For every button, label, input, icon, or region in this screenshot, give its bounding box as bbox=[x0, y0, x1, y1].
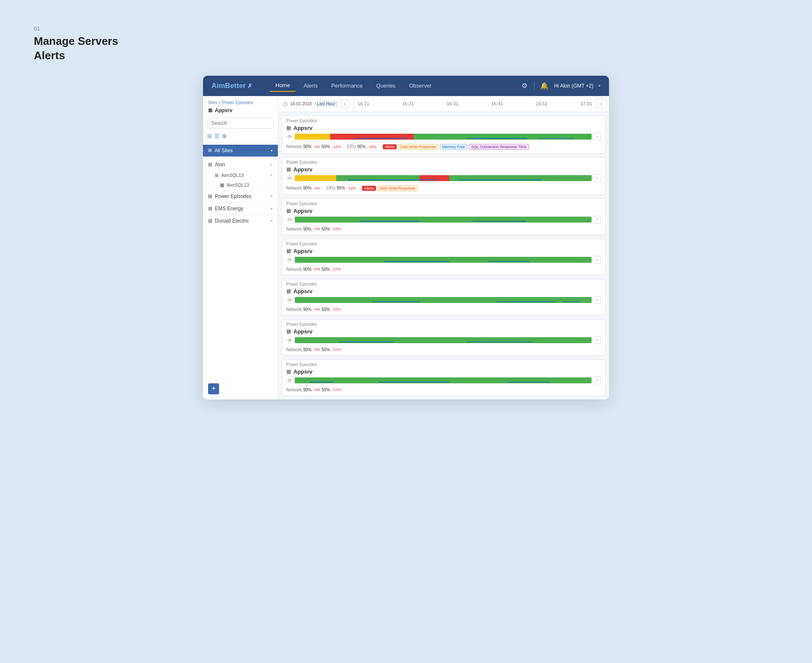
settings-icon[interactable]: ⚙ bbox=[520, 81, 529, 91]
alerts-badge-1: Alerts bbox=[383, 144, 397, 149]
power-episodes-icon: ⊞ bbox=[208, 193, 212, 199]
sidebar-tools: ⊟ ☰ ⊞ bbox=[203, 133, 278, 143]
episode-server-row-5: ▦ Appsrv bbox=[282, 288, 605, 296]
nav-right: ⚙ 🔔 Hi Alon (GMT +2) ▾ bbox=[520, 81, 601, 91]
timeline-bar-wrap-1: -3h bbox=[286, 133, 601, 140]
stat-cpu-2: CPU 95% ↑10% bbox=[326, 186, 356, 190]
nav-home[interactable]: Home bbox=[269, 80, 296, 92]
timeline-expand-btn-5[interactable]: › bbox=[593, 296, 601, 304]
aimsql13-chevron: ∧ bbox=[270, 173, 273, 177]
episode-server-icon-3: ▦ bbox=[286, 208, 291, 214]
stat-alerts-2: Alerts Disk Write Response bbox=[362, 185, 418, 191]
stat-badge-sql-1: SQL Connection Response Time bbox=[469, 144, 529, 150]
ems-energy-icon: ⊞ bbox=[208, 206, 212, 212]
page-header: 01 Manage Servers Alerts bbox=[34, 25, 778, 63]
filter-icon[interactable]: ⊟ bbox=[207, 133, 212, 139]
main-layout: Sites > Power Episodes ▦ Appsrv 🔍 ⊟ ☰ bbox=[203, 96, 609, 399]
timeline-expand-btn-1[interactable]: › bbox=[593, 133, 601, 140]
power-episodes-label: Power Episodes bbox=[215, 193, 252, 199]
timeline-marker-5: -3h bbox=[286, 298, 293, 302]
stat-network-3: Network 90% ↑4% 50% ↑22% bbox=[286, 227, 341, 231]
sidebar-item-aimsql13-group[interactable]: ⊞ AimSQL13 ∧ bbox=[203, 171, 278, 180]
time-next-btn[interactable]: › bbox=[596, 99, 606, 109]
sidebar-item-power-episodes[interactable]: ⊞ Power Episodes ▾ bbox=[203, 190, 278, 202]
timeline-bar-wrap-4: -3h › bbox=[286, 256, 601, 264]
episode-server-row-2: ▦ Appsrv bbox=[282, 166, 605, 174]
nav-alerts[interactable]: Alerts bbox=[298, 80, 324, 91]
timeline-marker-6: -3h bbox=[286, 338, 293, 342]
time-prev-btn[interactable]: ‹ bbox=[340, 99, 349, 108]
grid-icon[interactable]: ⊞ bbox=[222, 133, 227, 139]
episode-server-row-1: ▦ Appsrv bbox=[282, 125, 605, 133]
app-container: AimBetter ✗ Home Alerts Performance Quer… bbox=[203, 76, 609, 399]
episode-panel-2: Power Episodes ▦ Appsrv -3h bbox=[282, 157, 606, 195]
time-label-4: 16:51 bbox=[536, 101, 548, 106]
timeline-bar-5[interactable] bbox=[295, 297, 592, 303]
timeline-bar-3[interactable] bbox=[295, 217, 592, 223]
time-label-3: 16:41 bbox=[491, 101, 503, 106]
list-icon[interactable]: ☰ bbox=[214, 133, 219, 139]
blue-line-1c bbox=[538, 138, 574, 139]
time-header: 🕐 18-01-2018 Last Hour ‹ 16:11 16:21 16:… bbox=[278, 96, 609, 112]
sidebar-item-all-sites[interactable]: ⊞ All Sites ▾ bbox=[203, 145, 278, 157]
sidebar-item-ems-energy[interactable]: ⊞ EMS Energy ▾ bbox=[203, 202, 278, 215]
stat-network-5: Network 90% ↑4% 50% ↑22% bbox=[286, 307, 341, 312]
bar-green-3 bbox=[295, 217, 592, 223]
aimsql13-group-label: AimSQL13 bbox=[221, 173, 244, 178]
timeline-expand-btn-7[interactable]: › bbox=[593, 377, 601, 384]
timeline-bar-6[interactable] bbox=[295, 337, 592, 343]
timeline-expand-btn-3[interactable]: › bbox=[593, 216, 601, 223]
timeline-2: -3h › bbox=[282, 174, 605, 182]
nav-observer[interactable]: Observer bbox=[403, 80, 437, 91]
nav-performance[interactable]: Performance bbox=[325, 80, 368, 91]
timeline-marker-3: -3h bbox=[286, 217, 293, 222]
episode-stats-4: Network 90% ↑4% 50% ↑22% bbox=[282, 265, 605, 275]
notification-icon[interactable]: 🔔 bbox=[540, 81, 549, 91]
episode-header-4: Power Episodes bbox=[282, 239, 605, 248]
episode-server-name-4: Appsrv bbox=[294, 248, 313, 254]
sidebar-item-alon[interactable]: ⊞ Alon ∧ bbox=[203, 158, 278, 171]
episode-panel-4: Power Episodes ▦ Appsrv -3h bbox=[282, 239, 606, 275]
timeline-expand-btn-2[interactable]: › bbox=[593, 174, 601, 182]
range-label[interactable]: Last Hour bbox=[314, 101, 337, 107]
sidebar-section-alon: ⊞ Alon ∧ ⊞ AimSQL13 ∧ ▦ AimSQL13 bbox=[203, 158, 278, 190]
server-icon: ▦ bbox=[208, 107, 212, 113]
sidebar-item-donald-electric[interactable]: ⊞ Donald Electric ▾ bbox=[203, 215, 278, 227]
timeline-expand-btn-6[interactable]: › bbox=[593, 336, 601, 344]
time-label-0: 16:11 bbox=[358, 101, 370, 106]
episode-header-3: Power Episodes bbox=[282, 199, 605, 208]
sidebar-item-aimsql13[interactable]: ▦ AimSQL13 bbox=[203, 180, 278, 190]
time-control: 🕐 18-01-2018 Last Hour ‹ bbox=[278, 96, 354, 112]
sidebar-section-all: ⊞ All Sites ▾ bbox=[203, 145, 278, 157]
episode-server-row-7: ▦ Appsrv bbox=[282, 369, 605, 377]
blue-line-3b bbox=[473, 221, 526, 222]
episode-stats-1: Network 90% ↑4% 50% ↑22% | CPU 95% ↑10% bbox=[282, 142, 605, 153]
add-button[interactable]: + bbox=[208, 383, 219, 394]
timeline-bar-1[interactable] bbox=[295, 134, 592, 140]
episode-stats-5: Network 90% ↑4% 50% ↑22% bbox=[282, 305, 605, 315]
blue-line-3a bbox=[360, 221, 419, 222]
alon-chevron: ∧ bbox=[270, 162, 273, 167]
search-input[interactable] bbox=[208, 118, 274, 128]
blue-line-5a bbox=[372, 301, 420, 302]
timeline-bar-wrap-5: -3h › bbox=[286, 296, 601, 304]
stat-badge-disk-2: Disk Write Response bbox=[377, 185, 418, 191]
timeline-bar-4[interactable] bbox=[295, 257, 592, 263]
nav-links: Home Alerts Performance Queries Observer bbox=[269, 80, 520, 92]
nav-logo: AimBetter ✗ bbox=[211, 82, 252, 90]
timeline-expand-btn-4[interactable]: › bbox=[593, 256, 601, 264]
episode-server-row-3: ▦ Appsrv bbox=[282, 208, 605, 216]
timeline-5: -3h › bbox=[282, 296, 605, 304]
episode-server-icon-4: ▦ bbox=[286, 248, 291, 254]
all-sites-label: All Sites bbox=[214, 148, 268, 154]
nav-user[interactable]: Hi Alon (GMT +2) bbox=[554, 83, 593, 89]
stat-network-7: Network 90% ↑4% 50% ↑22% bbox=[286, 388, 341, 392]
page-title: Manage Servers Alerts bbox=[34, 34, 778, 63]
timeline-bar-7[interactable] bbox=[295, 377, 592, 383]
timeline-bar-2[interactable] bbox=[295, 175, 592, 181]
nav-queries[interactable]: Queries bbox=[370, 80, 402, 91]
timeline-marker-1: -3h bbox=[286, 135, 293, 139]
breadcrumb-parent[interactable]: Sites bbox=[208, 100, 217, 105]
episode-server-row-4: ▦ Appsrv bbox=[282, 248, 605, 256]
current-site: ▦ Appsrv bbox=[203, 107, 278, 118]
